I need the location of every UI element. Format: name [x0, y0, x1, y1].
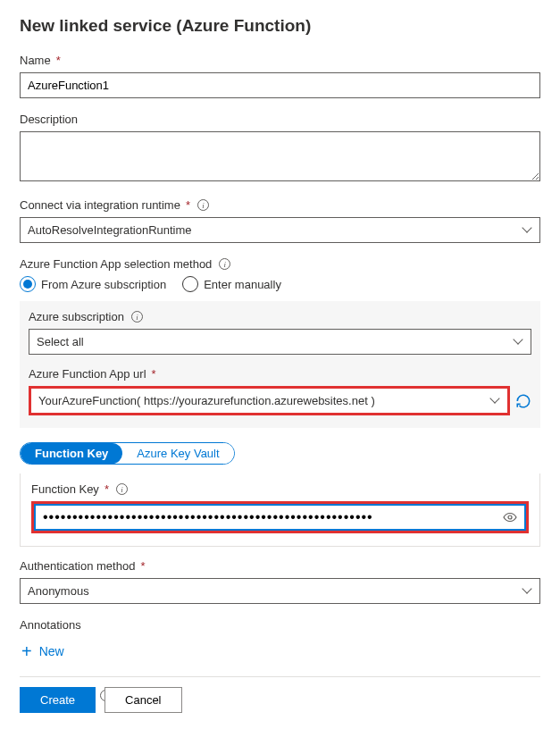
name-label: Name* — [20, 54, 540, 67]
radio-from-subscription[interactable]: From Azure subscription — [20, 276, 166, 292]
radio-icon — [20, 276, 36, 292]
description-label: Description — [20, 113, 540, 126]
function-key-input[interactable] — [43, 509, 503, 525]
tab-azure-key-vault[interactable]: Azure Key Vault — [122, 443, 233, 464]
chevron-down-icon — [523, 587, 532, 596]
info-icon[interactable]: i — [219, 258, 230, 270]
chevron-down-icon — [523, 226, 532, 235]
add-annotation-button[interactable]: + New — [20, 637, 540, 666]
divider — [20, 676, 540, 677]
create-button[interactable]: Create — [20, 687, 96, 713]
info-icon[interactable]: i — [116, 483, 128, 495]
description-textarea[interactable] — [20, 131, 540, 181]
auth-method-select[interactable]: Anonymous — [20, 578, 540, 604]
cancel-button[interactable]: Cancel — [104, 687, 181, 713]
annotations-label: Annotations — [20, 618, 540, 632]
required-asterisk: * — [56, 54, 61, 67]
app-url-label: Azure Function App url* — [29, 367, 531, 381]
radio-icon — [182, 276, 198, 292]
page-title: New linked service (Azure Function) — [20, 16, 540, 36]
svg-point-0 — [508, 515, 512, 519]
plus-icon: + — [21, 642, 32, 660]
selection-method-label: Azure Function App selection method i — [20, 257, 540, 271]
key-source-tabs: Function Key Azure Key Vault — [20, 442, 235, 465]
app-url-select[interactable]: YourAzureFunction( https://yourazurefunc… — [29, 386, 510, 415]
function-key-label: Function Key* i — [31, 482, 529, 496]
eye-icon[interactable] — [503, 510, 517, 524]
chevron-down-icon — [491, 397, 500, 406]
name-input[interactable] — [20, 72, 540, 98]
runtime-label: Connect via integration runtime* i — [20, 198, 540, 212]
runtime-select[interactable]: AutoResolveIntegrationRuntime — [20, 217, 540, 243]
subscription-select[interactable]: Select all — [29, 329, 531, 355]
chevron-down-icon — [514, 338, 523, 347]
auth-method-label: Authentication method* — [20, 559, 540, 573]
radio-enter-manually[interactable]: Enter manually — [182, 276, 281, 292]
info-icon[interactable]: i — [131, 311, 143, 323]
tab-function-key[interactable]: Function Key — [21, 443, 122, 464]
refresh-icon[interactable] — [515, 393, 531, 409]
subscription-label: Azure subscription i — [29, 310, 531, 323]
info-icon[interactable]: i — [197, 199, 209, 211]
